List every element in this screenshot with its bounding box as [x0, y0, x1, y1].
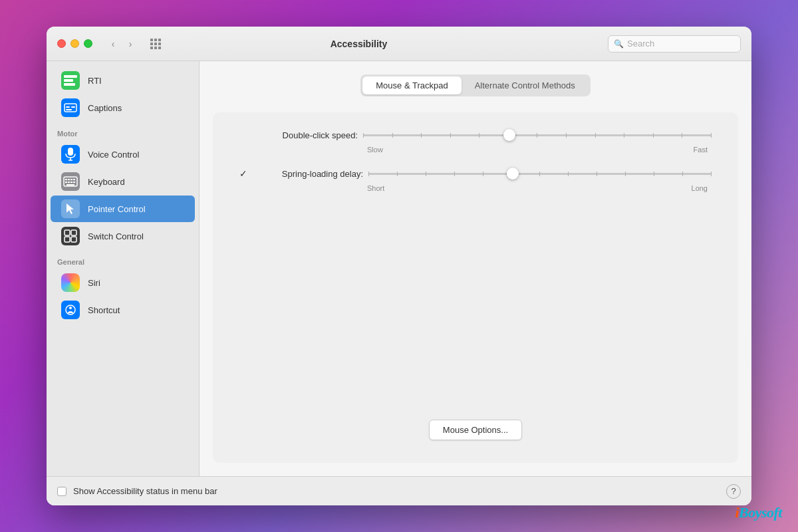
double-click-speed-label: Double-click speed: [283, 130, 358, 140]
content-area: Mouse & Trackpad Alternate Control Metho… [200, 61, 751, 476]
sidebar-item-label-captions: Captions [88, 103, 122, 113]
settings-panel: Double-click speed: [213, 112, 738, 463]
maximize-button[interactable] [84, 39, 92, 48]
main-window: ‹ › Accessibility 🔍 Search [47, 27, 751, 505]
close-button[interactable] [57, 39, 66, 48]
svg-rect-14 [73, 179, 75, 180]
svg-point-25 [69, 307, 72, 309]
svg-rect-20 [65, 230, 70, 235]
spring-loading-checkmark: ✓ [239, 168, 247, 179]
spring-loading-min-label: Short [367, 184, 384, 192]
sidebar: RTI Captions Motor [47, 61, 200, 476]
svg-rect-6 [66, 109, 72, 110]
switch-control-icon [61, 227, 80, 245]
sidebar-item-voice-control[interactable]: Voice Control [51, 141, 195, 168]
minimize-button[interactable] [70, 39, 79, 48]
window-title: Accessibility [118, 39, 600, 49]
double-click-speed-slider[interactable] [363, 128, 712, 142]
titlebar: ‹ › Accessibility 🔍 Search [47, 27, 751, 61]
sidebar-item-label-siri: Siri [88, 278, 100, 288]
sidebar-item-captions[interactable]: Captions [51, 94, 195, 121]
watermark: iBoysoft [735, 504, 782, 521]
sidebar-item-switch-control[interactable]: Switch Control [51, 223, 195, 249]
svg-rect-18 [73, 182, 75, 183]
spring-loading-thumb[interactable] [507, 168, 519, 180]
sidebar-item-pointer-control[interactable]: Pointer Control [51, 196, 195, 222]
sidebar-item-label-switch-control: Switch Control [88, 231, 144, 241]
svg-rect-13 [70, 179, 72, 180]
help-button[interactable]: ? [726, 484, 741, 499]
spring-loading-label-row: ✓ Spring-loading delay: [239, 167, 712, 180]
svg-rect-21 [71, 230, 76, 235]
shortcut-icon [61, 301, 80, 319]
sidebar-item-shortcut[interactable]: Shortcut [51, 297, 195, 323]
sidebar-section-general: General [47, 250, 199, 269]
svg-rect-16 [68, 182, 70, 183]
spring-loading-checkbox-area: ✓ Spring-loading delay: [239, 168, 363, 179]
svg-rect-15 [65, 182, 67, 183]
sidebar-item-label-pointer-control: Pointer Control [88, 204, 146, 214]
tab-bar: Mouse & Trackpad Alternate Control Metho… [360, 74, 590, 96]
tab-alternate-control[interactable]: Alternate Control Methods [462, 76, 589, 94]
svg-rect-2 [64, 83, 75, 86]
search-placeholder: Search [627, 39, 654, 49]
sidebar-item-label-voice-control: Voice Control [88, 150, 139, 160]
keyboard-icon [61, 172, 80, 191]
double-click-max-label: Fast [694, 146, 708, 154]
double-click-speed-label-row: Double-click speed: [239, 128, 712, 142]
svg-rect-23 [71, 237, 76, 242]
svg-rect-17 [70, 182, 72, 183]
main-content: RTI Captions Motor [47, 61, 751, 476]
sidebar-item-label-keyboard: Keyboard [88, 177, 125, 187]
slider-ticks2 [368, 173, 712, 175]
svg-rect-3 [65, 104, 76, 112]
watermark-prefix: i [735, 504, 739, 521]
show-accessibility-status-label: Show Accessibility status in menu bar [73, 486, 217, 496]
double-click-min-label: Slow [367, 146, 383, 154]
spring-loading-slider[interactable] [368, 167, 712, 180]
search-box[interactable]: 🔍 Search [608, 35, 741, 53]
spring-loading-delay-row: ✓ Spring-loading delay: [239, 167, 712, 192]
sidebar-item-label-shortcut: Shortcut [88, 305, 120, 315]
sidebar-item-keyboard[interactable]: Keyboard [51, 168, 195, 195]
siri-icon [61, 273, 80, 292]
captions-icon [61, 98, 80, 117]
show-accessibility-status-checkbox[interactable] [57, 487, 66, 496]
svg-rect-7 [68, 148, 73, 156]
tab-mouse-trackpad[interactable]: Mouse & Trackpad [362, 76, 461, 94]
sidebar-item-rti[interactable]: RTI [51, 67, 195, 94]
watermark-suffix: Boysoft [739, 504, 782, 521]
search-icon: 🔍 [614, 39, 624, 49]
sidebar-item-label-rti: RTI [88, 76, 102, 86]
pointer-control-icon [61, 200, 80, 218]
bottom-bar: Show Accessibility status in menu bar ? [47, 476, 751, 505]
svg-rect-0 [64, 75, 77, 78]
svg-rect-11 [65, 179, 67, 180]
svg-rect-4 [66, 106, 70, 108]
spring-loading-label: Spring-loading delay: [250, 169, 363, 179]
slider-ticks [363, 134, 712, 136]
sidebar-item-siri[interactable]: Siri [51, 269, 195, 296]
svg-rect-22 [65, 237, 70, 242]
svg-rect-1 [64, 79, 73, 82]
spring-loading-max-label: Long [692, 184, 708, 192]
traffic-lights [57, 39, 92, 48]
rti-icon [61, 71, 80, 90]
double-click-speed-row: Double-click speed: [239, 128, 712, 154]
svg-rect-19 [66, 184, 74, 186]
sidebar-section-motor: Motor [47, 122, 199, 140]
mouse-options-button[interactable]: Mouse Options... [429, 420, 522, 440]
voice-control-icon [61, 145, 80, 164]
svg-rect-5 [71, 106, 75, 108]
double-click-speed-thumb[interactable] [503, 129, 515, 141]
svg-rect-12 [68, 179, 70, 180]
